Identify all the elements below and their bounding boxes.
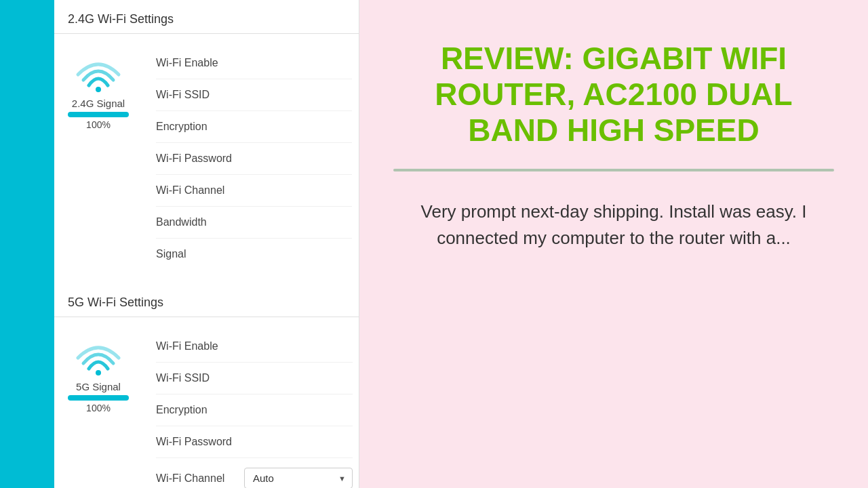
band24-wifi-icon xyxy=(71,47,125,95)
band5g-encryption[interactable]: Encryption xyxy=(156,394,353,426)
band24-wifi-password[interactable]: Wi-Fi Password xyxy=(156,143,352,175)
right-panel: REVIEW: GIGABIT WIFI ROUTER, AC2100 DUAL… xyxy=(359,0,868,488)
band24-signal-bar xyxy=(68,112,129,117)
band5g-wifi-icon xyxy=(71,331,125,378)
band24-signal-percent: 100% xyxy=(86,119,111,130)
band24-encryption[interactable]: Encryption xyxy=(156,111,352,143)
band5g-signal-label: 5G Signal xyxy=(76,381,121,392)
band24-section-header: 2.4G Wi-Fi Settings xyxy=(54,0,359,34)
band5g-signal-percent: 100% xyxy=(86,403,111,413)
svg-point-1 xyxy=(96,370,101,375)
left-panel: 2.4G Wi-Fi Settings 2.4G Signal xyxy=(0,0,359,488)
band24-bandwidth[interactable]: Bandwidth xyxy=(156,207,352,239)
band24-settings-list: Wi-Fi Enable Wi-Fi SSID Encryption Wi-Fi… xyxy=(142,41,359,277)
band24-signal-label: 2.4G Signal xyxy=(72,98,125,109)
band24-wifi-enable[interactable]: Wi-Fi Enable xyxy=(156,47,352,79)
band5g-section-header: 5G Wi-Fi Settings xyxy=(54,283,359,317)
band24-wifi-channel[interactable]: Wi-Fi Channel xyxy=(156,175,352,207)
divider-line xyxy=(393,169,834,171)
svg-point-0 xyxy=(96,87,101,92)
band24-signal[interactable]: Signal xyxy=(156,239,352,270)
band5g-settings-list: Wi-Fi Enable Wi-Fi SSID Encryption Wi-Fi… xyxy=(142,324,359,488)
review-title: REVIEW: GIGABIT WIFI ROUTER, AC2100 DUAL… xyxy=(393,41,834,148)
band24-signal-area: 2.4G Signal 100% xyxy=(54,41,142,137)
review-text: Very prompt next-day shipping. Install w… xyxy=(393,199,834,251)
band5g-signal-bar xyxy=(68,395,129,401)
band5g-channel-select[interactable]: Auto 123 456 789 1011 xyxy=(244,468,353,488)
band24-wifi-ssid[interactable]: Wi-Fi SSID xyxy=(156,79,352,111)
band5g-wifi-channel-label: Wi-Fi Channel xyxy=(156,472,237,485)
band5g-wifi-password[interactable]: Wi-Fi Password xyxy=(156,426,353,458)
band5g-wifi-channel-row: Wi-Fi Channel Auto 123 456 789 1011 xyxy=(156,458,353,488)
band5g-signal-area: 5G Signal 100% xyxy=(54,324,142,420)
band5g-wifi-enable[interactable]: Wi-Fi Enable xyxy=(156,331,353,363)
band5g-wifi-section: 5G Signal 100% Wi-Fi Enable Wi-Fi SSID E… xyxy=(54,317,359,488)
band5g-channel-select-wrapper[interactable]: Auto 123 456 789 1011 xyxy=(244,468,353,488)
band24-wifi-section: 2.4G Signal 100% Wi-Fi Enable Wi-Fi SSID… xyxy=(54,34,359,283)
band5g-wifi-ssid[interactable]: Wi-Fi SSID xyxy=(156,363,353,394)
